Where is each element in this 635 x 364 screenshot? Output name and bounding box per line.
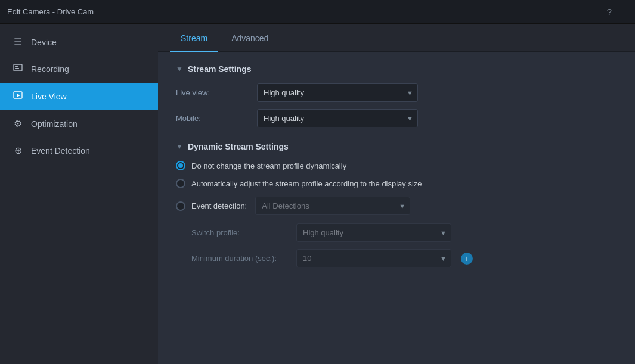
help-icon[interactable]: ?	[607, 7, 612, 17]
switch-profile-label: Switch profile:	[191, 228, 287, 237]
switch-profile-row: Switch profile: High quality ▼	[191, 223, 617, 242]
sidebar-label-live-view: Live View	[31, 92, 67, 101]
radio-option-2[interactable]: Automatically adjust the stream profile …	[176, 179, 617, 188]
content-area: Stream Advanced ▼ Stream Settings Live v…	[158, 24, 635, 364]
sidebar-item-recording[interactable]: Recording	[0, 55, 158, 83]
sidebar-label-event-detection: Event Detection	[31, 146, 90, 155]
radio-option-3[interactable]: Event detection: All Detections ▼	[176, 197, 617, 215]
stream-settings-section: ▼ Stream Settings Live view: High qualit…	[176, 64, 617, 127]
switch-profile-select: High quality	[296, 223, 451, 242]
event-detection-select-wrapper: All Detections ▼	[255, 197, 410, 215]
sub-options: Switch profile: High quality ▼ Minimum d…	[191, 223, 617, 267]
live-view-select[interactable]: High quality Medium quality Low quality	[257, 83, 418, 102]
live-view-label: Live view:	[176, 88, 247, 97]
min-duration-select: 10	[296, 249, 451, 267]
radio-circle-3	[176, 201, 185, 211]
window-title: Edit Camera - Drive Cam	[7, 7, 94, 16]
stream-settings-header: ▼ Stream Settings	[176, 64, 617, 74]
radio-label-3: Event detection:	[191, 201, 247, 210]
tabs-bar: Stream Advanced	[158, 24, 635, 52]
min-duration-select-wrapper: 10 ▼	[296, 249, 451, 267]
event-detection-select: All Detections	[255, 197, 410, 215]
radio-circle-1	[176, 161, 185, 170]
info-icon[interactable]: i	[461, 253, 473, 265]
titlebar: Edit Camera - Drive Cam ? —	[0, 0, 635, 24]
min-duration-row: Minimum duration (sec.): 10 ▼ i	[191, 249, 617, 267]
live-view-select-wrapper: High quality Medium quality Low quality …	[257, 83, 418, 102]
radio-option-1[interactable]: Do not change the stream profile dynamic…	[176, 161, 617, 170]
min-duration-label: Minimum duration (sec.):	[191, 254, 287, 263]
sidebar-item-live-view[interactable]: Live View	[0, 83, 158, 110]
svg-rect-2	[15, 68, 19, 69]
main-layout: ☰ Device Recording Live View	[0, 24, 635, 364]
sidebar-item-event-detection[interactable]: ⊕ Event Detection	[0, 137, 158, 164]
mobile-select-wrapper: High quality Medium quality Low quality …	[257, 109, 418, 127]
sidebar: ☰ Device Recording Live View	[0, 24, 158, 364]
titlebar-controls: ? —	[607, 7, 628, 17]
dynamic-settings-header: ▼ Dynamic Stream Settings	[176, 142, 617, 151]
content-body: ▼ Stream Settings Live view: High qualit…	[158, 52, 635, 294]
mobile-label: Mobile:	[176, 114, 247, 123]
mobile-select[interactable]: High quality Medium quality Low quality	[257, 109, 418, 127]
event-detection-icon: ⊕	[12, 145, 24, 156]
minimize-icon[interactable]: —	[619, 7, 628, 17]
switch-profile-select-wrapper: High quality ▼	[296, 223, 451, 242]
tab-stream[interactable]: Stream	[170, 24, 218, 52]
optimization-icon: ⚙	[12, 118, 24, 129]
live-view-icon	[12, 91, 24, 102]
sidebar-label-optimization: Optimization	[31, 119, 78, 129]
recording-icon	[12, 63, 24, 75]
radio-label-2: Automatically adjust the stream profile …	[191, 179, 422, 188]
mobile-row: Mobile: High quality Medium quality Low …	[176, 109, 617, 127]
svg-marker-4	[17, 94, 20, 97]
radio-label-1: Do not change the stream profile dynamic…	[191, 161, 346, 170]
dynamic-settings-collapse-icon[interactable]: ▼	[176, 142, 183, 151]
stream-settings-title: Stream Settings	[188, 64, 252, 74]
radio-circle-2	[176, 179, 185, 188]
device-icon: ☰	[12, 36, 24, 48]
stream-settings-collapse-icon[interactable]: ▼	[176, 65, 183, 73]
tab-advanced[interactable]: Advanced	[221, 24, 279, 52]
sidebar-label-recording: Recording	[31, 64, 69, 74]
sidebar-label-device: Device	[31, 38, 57, 47]
dynamic-settings-section: ▼ Dynamic Stream Settings Do not change …	[176, 142, 617, 267]
live-view-row: Live view: High quality Medium quality L…	[176, 83, 617, 102]
sidebar-item-device[interactable]: ☰ Device	[0, 29, 158, 55]
sidebar-item-optimization[interactable]: ⚙ Optimization	[0, 110, 158, 137]
svg-rect-1	[15, 66, 18, 67]
svg-rect-0	[14, 64, 22, 71]
dynamic-settings-title: Dynamic Stream Settings	[188, 142, 289, 151]
